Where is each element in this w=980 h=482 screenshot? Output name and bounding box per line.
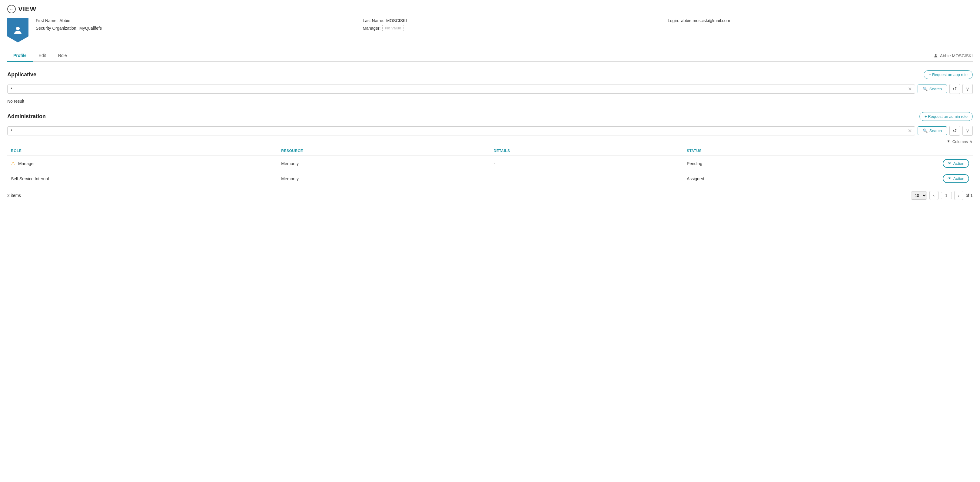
applicative-search-button[interactable]: 🔍 Search — [918, 84, 947, 93]
applicative-section-header: Applicative + Request an app role — [7, 70, 973, 79]
back-button[interactable]: ← — [7, 5, 16, 13]
last-name-field: Last Name: MOSCISKI — [363, 18, 649, 23]
request-admin-role-button[interactable]: + Request an admin role — [920, 112, 973, 121]
avatar — [7, 18, 29, 42]
tab-content: Applicative + Request an app role ✕ 🔍 Se… — [7, 70, 973, 200]
next-page-button[interactable]: › — [954, 191, 963, 200]
applicative-refresh-button[interactable]: ↺ — [950, 84, 960, 94]
items-count: 2 items — [7, 193, 21, 198]
pagination-bar: 2 items 10 20 50 ‹ 1 › of 1 — [7, 191, 973, 200]
applicative-expand-button[interactable]: ∨ — [963, 84, 973, 94]
role-cell-2: Self Service Internal — [7, 171, 277, 186]
tab-edit[interactable]: Edit — [33, 50, 52, 62]
total-pages: of 1 — [966, 193, 973, 198]
user-fields: First Name: Abbie Last Name: MOSCISKI Lo… — [36, 18, 973, 31]
search-icon: 🔍 — [923, 87, 928, 91]
resource-cell-1: Memority — [277, 156, 490, 171]
warning-icon-1: ⚠ — [11, 161, 15, 166]
administration-section-header: Administration + Request an admin role — [7, 112, 973, 121]
administration-section: Administration + Request an admin role ✕… — [7, 112, 973, 200]
columns-chevron-icon: ∨ — [970, 139, 973, 144]
administration-search-input[interactable] — [11, 129, 904, 133]
manager-field: Manager: No Value — [363, 25, 649, 31]
user-info-bar: First Name: Abbie Last Name: MOSCISKI Lo… — [7, 18, 973, 45]
per-page-select[interactable]: 10 20 50 — [911, 191, 927, 200]
col-header-status: STATUS — [683, 146, 857, 156]
applicative-section: Applicative + Request an app role ✕ 🔍 Se… — [7, 70, 973, 103]
table-body: ⚠ Manager Memority - Pending 👁 Action — [7, 156, 973, 186]
role-cell-1: ⚠ Manager — [7, 156, 277, 171]
details-cell-2: - — [490, 171, 683, 186]
col-header-action — [857, 146, 973, 156]
applicative-no-result: No result — [7, 99, 973, 103]
table-header-row: ROLE RESOURCE DETAILS STATUS — [7, 146, 973, 156]
applicative-search-input[interactable] — [11, 87, 904, 91]
columns-toggle[interactable]: 👁 Columns ∨ — [7, 139, 973, 144]
login-field: Login: abbie.mosciski@mail.com — [668, 18, 973, 23]
administration-expand-button[interactable]: ∨ — [963, 126, 973, 136]
administration-title: Administration — [7, 113, 46, 120]
administration-table-wrap: 👁 Columns ∨ ROLE RESOURCE — [7, 139, 973, 200]
tab-role[interactable]: Role — [52, 50, 73, 62]
search-icon-admin: 🔍 — [923, 129, 928, 133]
administration-search-row: ✕ 🔍 Search ↺ ∨ — [7, 126, 973, 136]
details-cell-1: - — [490, 156, 683, 171]
applicative-title: Applicative — [7, 72, 37, 78]
first-name-field: First Name: Abbie — [36, 18, 344, 23]
svg-point-0 — [16, 27, 20, 30]
action-cell-1: 👁 Action — [857, 156, 973, 171]
tab-profile[interactable]: Profile — [7, 50, 33, 62]
col-header-role: ROLE — [7, 146, 277, 156]
eye-action-icon-2: 👁 — [948, 176, 951, 181]
svg-point-1 — [935, 54, 936, 56]
administration-table: ROLE RESOURCE DETAILS STATUS — [7, 146, 973, 186]
user-icon — [933, 53, 938, 58]
eye-action-icon-1: 👁 — [948, 161, 951, 166]
status-cell-1: Pending — [683, 156, 857, 171]
applicative-clear-icon[interactable]: ✕ — [908, 86, 912, 92]
request-app-role-button[interactable]: + Request an app role — [924, 70, 973, 79]
tabs-bar: Profile Edit Role Abbie MOSCISKI — [7, 50, 973, 62]
prev-page-button[interactable]: ‹ — [929, 191, 939, 200]
security-org-field: Security Organization: MyQualifefe — [36, 25, 344, 31]
administration-refresh-button[interactable]: ↺ — [950, 126, 960, 136]
table-row: ⚠ Manager Memority - Pending 👁 Action — [7, 156, 973, 171]
current-user-name: Abbie MOSCISKI — [940, 53, 973, 58]
eye-icon: 👁 — [947, 139, 951, 144]
status-cell-2: Assigned — [683, 171, 857, 186]
col-header-details: DETAILS — [490, 146, 683, 156]
administration-clear-icon[interactable]: ✕ — [908, 128, 912, 134]
action-button-2[interactable]: 👁 Action — [943, 174, 969, 183]
page-title: VIEW — [18, 5, 37, 13]
table-row: Self Service Internal Memority - Assigne… — [7, 171, 973, 186]
action-cell-2: 👁 Action — [857, 171, 973, 186]
current-page-number: 1 — [941, 192, 952, 199]
action-button-1[interactable]: 👁 Action — [943, 159, 969, 168]
col-header-resource: RESOURCE — [277, 146, 490, 156]
administration-search-input-wrap: ✕ — [7, 126, 915, 135]
current-user-display: Abbie MOSCISKI — [933, 53, 973, 58]
applicative-search-row: ✕ 🔍 Search ↺ ∨ — [7, 84, 973, 94]
administration-search-button[interactable]: 🔍 Search — [918, 126, 947, 135]
applicative-search-input-wrap: ✕ — [7, 84, 915, 94]
resource-cell-2: Memority — [277, 171, 490, 186]
